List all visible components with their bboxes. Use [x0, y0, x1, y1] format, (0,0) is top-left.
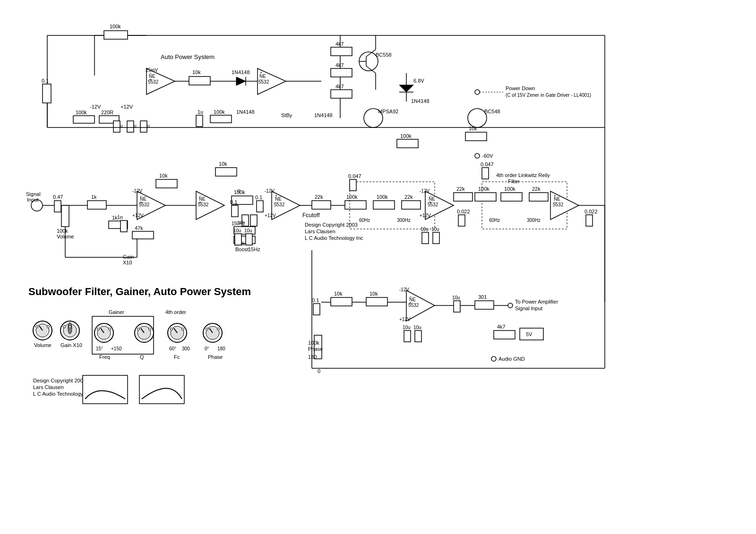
svg-text:-12V: -12V: [399, 287, 409, 292]
svg-rect-203: [482, 168, 489, 179]
svg-rect-181: [458, 215, 465, 226]
svg-text:0.022: 0.022: [584, 209, 598, 214]
svg-text:(C of 15V Zener in Gate Driver: (C of 15V Zener in Gate Driver - LL4001): [506, 93, 591, 98]
svg-rect-72: [73, 116, 94, 123]
svg-text:100k: 100k: [76, 110, 87, 115]
svg-rect-5: [104, 31, 128, 39]
svg-text:+12V: +12V: [132, 213, 144, 218]
svg-text:60°: 60°: [169, 346, 176, 351]
svg-rect-201: [529, 193, 548, 201]
svg-rect-307: [83, 375, 128, 404]
svg-text:Lars Clausen: Lars Clausen: [305, 229, 335, 234]
svg-text:10u: 10u: [413, 325, 421, 330]
svg-text:0.47: 0.47: [53, 194, 63, 200]
svg-text:BC558: BC558: [376, 52, 392, 58]
svg-text:1n: 1n: [117, 214, 123, 220]
svg-rect-84: [210, 115, 232, 123]
svg-text:300Hz: 300Hz: [527, 218, 541, 223]
svg-text:220R: 220R: [101, 110, 113, 115]
svg-rect-83: [196, 115, 203, 127]
svg-text:BC548: BC548: [484, 109, 500, 114]
svg-text:10k: 10k: [334, 291, 343, 297]
svg-text:0.1: 0.1: [42, 78, 49, 84]
svg-text:1N4148: 1N4148: [236, 109, 255, 115]
svg-rect-195: [454, 193, 472, 201]
svg-text:Power Down: Power Down: [506, 85, 535, 91]
svg-point-299: [206, 328, 208, 331]
svg-text:Fc: Fc: [174, 354, 180, 360]
svg-text:100k: 100k: [400, 133, 412, 139]
svg-text:100k: 100k: [57, 228, 68, 234]
svg-point-55: [475, 90, 480, 94]
svg-rect-215: [331, 297, 352, 306]
svg-rect-210: [586, 215, 593, 226]
svg-text:10u: 10u: [233, 228, 241, 233]
svg-text:10k: 10k: [159, 173, 168, 178]
svg-rect-249: [494, 331, 515, 339]
svg-rect-123: [215, 168, 237, 176]
svg-text:Phase: Phase: [308, 346, 323, 352]
svg-text:10k: 10k: [192, 69, 201, 75]
schematic-container: Auto Power System 100k NE 5532 − + 25mV …: [0, 0, 756, 534]
svg-rect-242: [415, 331, 421, 342]
svg-text:0.1: 0.1: [255, 195, 262, 200]
svg-rect-0: [0, 0, 756, 534]
svg-text:+: +: [140, 200, 142, 205]
svg-rect-61: [465, 132, 487, 141]
svg-text:X10: X10: [123, 260, 132, 265]
svg-text:10k: 10k: [219, 161, 227, 167]
svg-text:4k7: 4k7: [497, 324, 506, 330]
svg-text:Filter: Filter: [508, 178, 520, 184]
svg-point-291: [171, 328, 173, 331]
svg-text:+: +: [260, 70, 262, 75]
svg-rect-69: [43, 84, 51, 103]
svg-text:+: +: [409, 301, 412, 305]
svg-text:1N4148: 1N4148: [314, 112, 333, 118]
svg-text:10u: 10u: [421, 227, 429, 232]
svg-rect-234: [475, 301, 494, 309]
svg-text:+150: +150: [111, 346, 122, 351]
svg-text:1N4148: 1N4148: [411, 98, 430, 104]
svg-text:Input: Input: [27, 197, 38, 203]
svg-text:300: 300: [182, 346, 190, 351]
svg-text:180: 180: [308, 354, 317, 360]
svg-rect-308: [139, 375, 184, 404]
svg-point-263: [47, 326, 50, 328]
auto-power-label: Auto Power System: [161, 53, 215, 60]
svg-text:60Hz: 60Hz: [359, 218, 370, 223]
svg-text:10k: 10k: [469, 126, 477, 131]
svg-text:0.022: 0.022: [457, 209, 470, 214]
svg-text:Freq: Freq: [99, 354, 110, 360]
svg-text:1N4148: 1N4148: [232, 69, 250, 75]
svg-text:25mV: 25mV: [146, 68, 158, 73]
svg-text:Design Copyright 2003: Design Copyright 2003: [33, 378, 86, 383]
svg-text:100k: 100k: [346, 194, 358, 200]
svg-text:Signal: Signal: [26, 191, 41, 197]
svg-text:180: 180: [217, 346, 225, 351]
svg-text:0.047: 0.047: [348, 173, 361, 179]
svg-rect-167: [350, 179, 356, 191]
svg-text:0°: 0°: [205, 346, 209, 351]
svg-text:100k: 100k: [504, 186, 515, 192]
svg-text:-12V: -12V: [265, 188, 275, 194]
svg-text:100k: 100k: [214, 109, 225, 115]
svg-text:1u: 1u: [198, 109, 203, 115]
svg-rect-36: [331, 90, 352, 98]
svg-rect-133: [232, 205, 238, 217]
svg-text:60Hz: 60Hz: [489, 218, 500, 223]
svg-text:100k: 100k: [308, 340, 319, 346]
svg-rect-183: [422, 232, 429, 244]
svg-rect-226: [313, 304, 320, 315]
svg-text:-60V: -60V: [482, 153, 493, 159]
svg-text:Gainer: Gainer: [109, 309, 124, 315]
svg-text:6.8V: 6.8V: [413, 78, 424, 84]
svg-rect-114: [132, 231, 154, 239]
svg-text:+: +: [429, 200, 431, 205]
svg-text:47k: 47k: [135, 225, 143, 231]
svg-text:10u: 10u: [452, 295, 460, 300]
svg-text:0.1: 0.1: [312, 297, 319, 303]
svg-text:+12V: +12V: [265, 213, 276, 218]
svg-point-269: [63, 326, 66, 328]
svg-text:0.047: 0.047: [481, 161, 494, 167]
svg-text:+: +: [554, 194, 556, 198]
